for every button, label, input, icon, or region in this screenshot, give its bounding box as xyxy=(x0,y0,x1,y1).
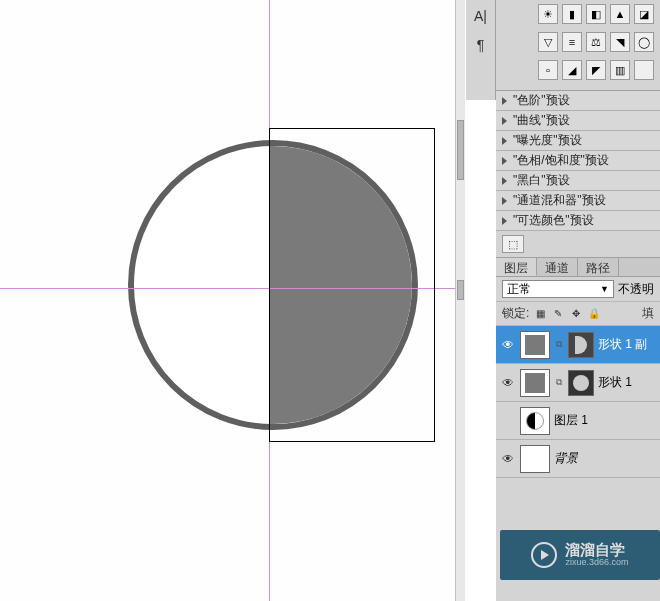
photo-filter-icon[interactable]: ◥ xyxy=(610,32,630,52)
preset-item-hue-sat[interactable]: "色相/饱和度"预设 xyxy=(496,151,660,171)
tab-channels[interactable]: 通道 xyxy=(537,258,578,276)
chevron-down-icon: ▼ xyxy=(600,284,609,294)
brightness-contrast-icon[interactable]: ☀ xyxy=(538,4,558,24)
layer-thumb[interactable] xyxy=(520,331,550,359)
preset-item-curves[interactable]: "曲线"预设 xyxy=(496,111,660,131)
play-icon xyxy=(531,542,557,568)
expand-icon xyxy=(502,137,507,145)
lock-all-icon[interactable]: 🔒 xyxy=(587,307,601,321)
layer-thumb[interactable] xyxy=(520,407,550,435)
layers-list: 👁 ⧉ 形状 1 副 👁 ⧉ 形状 1 xyxy=(496,326,660,478)
blend-mode-value: 正常 xyxy=(507,281,531,298)
layer-row-layer1[interactable]: 图层 1 xyxy=(496,402,660,440)
selection-rectangle[interactable] xyxy=(269,128,435,442)
layer-name: 图层 1 xyxy=(554,412,588,429)
black-white-icon[interactable]: ⚖ xyxy=(586,32,606,52)
tab-layers[interactable]: 图层 xyxy=(496,258,537,276)
scroll-thumb[interactable] xyxy=(457,120,464,180)
preset-list: "色阶"预设 "曲线"预设 "曝光度"预设 "色相/饱和度"预设 "黑白"预设 … xyxy=(496,90,660,231)
lock-row: 锁定: ▦ ✎ ✥ 🔒 填 xyxy=(496,302,660,326)
watermark-title: 溜溜自学 xyxy=(565,542,628,559)
panel-action-icon[interactable]: ⬚ xyxy=(502,235,524,253)
preset-item-selective-color[interactable]: "可选颜色"预设 xyxy=(496,211,660,231)
text-tool-column: A| ¶ xyxy=(466,0,496,100)
preset-label: "曝光度"预设 xyxy=(513,132,582,149)
preset-item-black-white[interactable]: "黑白"预设 xyxy=(496,171,660,191)
watermark: 溜溜自学 zixue.3d66.com xyxy=(500,530,660,580)
expand-icon xyxy=(502,177,507,185)
vector-mask-thumb[interactable] xyxy=(568,332,594,358)
adjustments-panel: ☀ ▮ ◧ ▲ ◪ ▽ ≡ ⚖ ◥ ◯ ▫ ◢ ◤ ▥ xyxy=(496,0,660,84)
expand-icon xyxy=(502,157,507,165)
link-icon: ⧉ xyxy=(554,377,564,388)
layer-name: 形状 1 副 xyxy=(598,336,647,353)
preset-label: "可选颜色"预设 xyxy=(513,212,594,229)
gradient-map-icon[interactable]: ▥ xyxy=(610,60,630,80)
visibility-eye-icon[interactable] xyxy=(500,413,516,429)
lock-pixels-icon[interactable]: ✎ xyxy=(551,307,565,321)
layer-row-shape1-copy[interactable]: 👁 ⧉ 形状 1 副 xyxy=(496,326,660,364)
preset-item-channel-mixer[interactable]: "通道混和器"预设 xyxy=(496,191,660,211)
preset-item-levels[interactable]: "色阶"预设 xyxy=(496,91,660,111)
vector-mask-thumb[interactable] xyxy=(568,370,594,396)
blend-mode-select[interactable]: 正常 ▼ xyxy=(502,280,614,298)
visibility-eye-icon[interactable]: 👁 xyxy=(500,451,516,467)
visibility-eye-icon[interactable]: 👁 xyxy=(500,375,516,391)
color-balance-icon[interactable]: ≡ xyxy=(562,32,582,52)
panel-tabs: 图层 通道 路径 xyxy=(496,257,660,277)
hue-sat-icon[interactable]: ▽ xyxy=(538,32,558,52)
vibrance-icon[interactable]: ◪ xyxy=(634,4,654,24)
preset-label: "色阶"预设 xyxy=(513,92,570,109)
right-panel: ☀ ▮ ◧ ▲ ◪ ▽ ≡ ⚖ ◥ ◯ ▫ ◢ ◤ ▥ "色阶"预设 "曲线" xyxy=(496,0,660,601)
lock-transparency-icon[interactable]: ▦ xyxy=(533,307,547,321)
scroll-thumb[interactable] xyxy=(457,280,464,300)
canvas-area[interactable] xyxy=(0,0,460,601)
expand-icon xyxy=(502,217,507,225)
selective-color-icon[interactable] xyxy=(634,60,654,80)
expand-icon xyxy=(502,117,507,125)
paragraph-tool-icon[interactable]: ¶ xyxy=(468,32,494,58)
expand-icon xyxy=(502,197,507,205)
preset-label: "曲线"预设 xyxy=(513,112,570,129)
curves-icon[interactable]: ◧ xyxy=(586,4,606,24)
lock-position-icon[interactable]: ✥ xyxy=(569,307,583,321)
watermark-url: zixue.3d66.com xyxy=(565,558,628,568)
canvas-scrollbar[interactable] xyxy=(455,0,465,601)
expand-icon xyxy=(502,97,507,105)
blend-mode-row: 正常 ▼ 不透明 xyxy=(496,277,660,302)
tab-paths[interactable]: 路径 xyxy=(578,258,619,276)
layer-row-background[interactable]: 👁 背景 xyxy=(496,440,660,478)
layer-thumb[interactable] xyxy=(520,445,550,473)
layer-name: 背景 xyxy=(554,450,578,467)
preset-label: "色相/饱和度"预设 xyxy=(513,152,609,169)
visibility-eye-icon[interactable]: 👁 xyxy=(500,337,516,353)
posterize-icon[interactable]: ◢ xyxy=(562,60,582,80)
preset-label: "通道混和器"预设 xyxy=(513,192,606,209)
vertical-type-tool-icon[interactable]: A| xyxy=(468,3,494,29)
opacity-label: 不透明 xyxy=(618,281,654,298)
fill-label: 填 xyxy=(642,305,654,322)
threshold-icon[interactable]: ◤ xyxy=(586,60,606,80)
lock-label: 锁定: xyxy=(502,305,529,322)
channel-mixer-icon[interactable]: ◯ xyxy=(634,32,654,52)
link-icon: ⧉ xyxy=(554,339,564,350)
layer-row-shape1[interactable]: 👁 ⧉ 形状 1 xyxy=(496,364,660,402)
preset-label: "黑白"预设 xyxy=(513,172,570,189)
invert-icon[interactable]: ▫ xyxy=(538,60,558,80)
layer-thumb[interactable] xyxy=(520,369,550,397)
exposure-icon[interactable]: ▲ xyxy=(610,4,630,24)
levels-icon[interactable]: ▮ xyxy=(562,4,582,24)
layer-name: 形状 1 xyxy=(598,374,632,391)
preset-item-exposure[interactable]: "曝光度"预设 xyxy=(496,131,660,151)
